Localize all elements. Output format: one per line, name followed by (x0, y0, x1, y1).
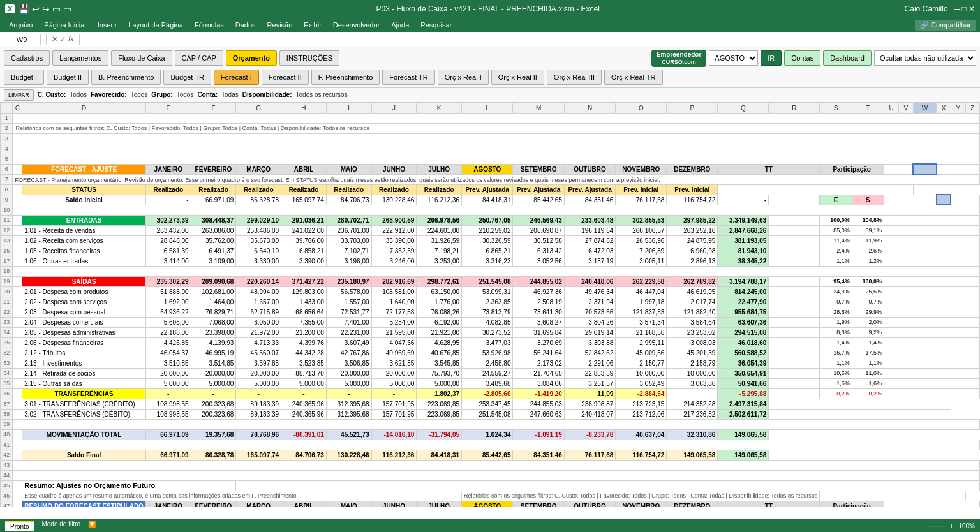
formula-input[interactable] (85, 34, 977, 45)
forecast-i-button[interactable]: Forecast I (214, 70, 259, 85)
si-e[interactable]: E (820, 195, 852, 205)
formula-bar: ✕ ✓ fx (0, 32, 980, 47)
spreadsheet-area[interactable]: C D E F G H I J K L M N O P Q R S T U V (0, 103, 980, 507)
row-35: 35 2.15 - Outras saídas 5.000,00 5.000,0… (1, 378, 980, 388)
menu-arquivo[interactable]: Arquivo (4, 20, 38, 30)
r-tt: TT (718, 501, 820, 507)
row1-empty (13, 113, 980, 123)
orc-real-tr-button[interactable]: Orç x Real TR (604, 70, 662, 85)
orc-real-iii-button[interactable]: Orç x Real III (547, 70, 602, 85)
col-y-header: Y (951, 103, 965, 113)
rownum-8: 8 (1, 184, 13, 195)
c-custo-value: Todos (70, 91, 87, 98)
orc-real-ii-button[interactable]: Orç x Real II (491, 70, 544, 85)
hide-unused-dropdown[interactable]: Ocultar todas não utilizadas (874, 50, 976, 66)
col-x-header: X (937, 103, 951, 113)
si-s[interactable]: S (852, 195, 884, 205)
formula-icons: ✕ ✓ fx (52, 35, 74, 43)
row-17: 17 1.06 - Outras entradas 3.414,00 3.109… (1, 256, 980, 266)
r-fev: FEVEREIRO (191, 501, 236, 507)
row-43: 43 (1, 460, 980, 470)
cadastros-button[interactable]: Cadastros (4, 50, 50, 66)
menu-pesquisar[interactable]: Pesquisar (415, 20, 457, 30)
row-47-resumo-header: 47 RESUMO DO FORECAST ESTIPULADO JANEIRO… (1, 501, 980, 507)
menu-ajuda[interactable]: Ajuda (386, 20, 414, 30)
r-mai: MAIO (326, 501, 371, 507)
r-set: SETEMBRO (513, 501, 564, 507)
cell-reference-input[interactable] (3, 34, 41, 45)
b-preenchimento-button[interactable]: B. Preenchimento (91, 70, 161, 85)
ir-button[interactable]: IR (761, 50, 782, 66)
r101-tt: 2.847.668,26 (718, 225, 769, 235)
insert-function-icon[interactable]: fx (68, 35, 74, 43)
orc-real-i-button[interactable]: Orç x Real I (438, 70, 489, 85)
grupo-label: Grupo: (151, 91, 172, 98)
mar-header: MARÇO (236, 164, 281, 174)
selected-cell[interactable] (913, 164, 936, 174)
menu-inserir[interactable]: Inserir (93, 20, 122, 30)
dashboard-button[interactable]: Dashboard (823, 50, 872, 66)
forecast-tr-button[interactable]: Forecast TR (382, 70, 434, 85)
disponibilidade-label: Disponibilidade: (242, 91, 292, 98)
menu-layout[interactable]: Layout da Página (123, 20, 188, 30)
ribbon-row1: Cadastros Lançamentos Fluxo de Caixa CAP… (4, 50, 976, 67)
row-7: 7 FORECAST - Planejamento orçamentário: … (1, 174, 980, 184)
menu-revisao[interactable]: Revisão (262, 20, 298, 30)
limpar-button[interactable]: LIMPAR (4, 89, 34, 101)
col-d-header: D (22, 103, 146, 113)
menu-pagina-inicial[interactable]: Página Inicial (39, 20, 91, 30)
r-ago: AGOSTO (462, 501, 513, 507)
budget-tr-button[interactable]: Budget TR (163, 70, 211, 85)
forecast-ajuste-label: FORECAST - AJUSTE (22, 164, 146, 174)
forecast-ii-button[interactable]: Forecast II (262, 70, 309, 85)
menu-formulas[interactable]: Fórmulas (189, 20, 229, 30)
share-button[interactable]: 🔗 Compartilhar (915, 20, 976, 31)
ent-mai: 280.702,71 (326, 215, 371, 225)
lancamentos-button[interactable]: Lançamentos (52, 50, 108, 66)
menu-dados[interactable]: Dados (230, 20, 261, 30)
saldo-inicial-label: Saldo Inicial (22, 195, 146, 205)
r101-ago: 210.259,02 (462, 225, 513, 235)
r101-mar: 253.486,00 (236, 225, 281, 235)
r11-c (13, 215, 22, 225)
ent-set: 246.569,43 (513, 215, 564, 225)
nov-header: NOVEMBRO (616, 164, 667, 174)
ribbon: Cadastros Lançamentos Fluxo de Caixa CAP… (0, 47, 980, 88)
window-controls[interactable]: ─ □ ✕ (954, 4, 975, 13)
contas-button[interactable]: Contas (784, 50, 820, 66)
title-bar-right: Caio Camillo ─ □ ✕ (905, 4, 975, 13)
col-v-header: V (899, 103, 914, 113)
r101-pct2: 89,1% (852, 225, 884, 235)
selected-w9[interactable] (937, 195, 951, 205)
cancel-formula-icon[interactable]: ✕ (52, 35, 57, 43)
budget-ii-button[interactable]: Budget II (47, 70, 89, 85)
r101-mai: 236.701,00 (326, 225, 371, 235)
col-g-header: G (236, 103, 281, 113)
instrucoes-button[interactable]: INSTRUÇÕES (279, 50, 339, 66)
cap-cap-button[interactable]: CAP / CAP (175, 50, 223, 66)
row-11-entradas: 11 ENTRADAS 302.273,39 308.448,37 299.02… (1, 215, 980, 225)
col-header-rownum (1, 103, 13, 113)
row-23: 23 2.04 - Despesas comerciais 5.606,00 7… (1, 317, 980, 327)
menu-desenvolvedor[interactable]: Desenvolvedor (328, 20, 385, 30)
formula-divider2 (79, 34, 80, 45)
status-jun: Realizado (371, 184, 417, 195)
ribbon-row2: Budget I Budget II B. Preenchimento Budg… (4, 70, 976, 85)
rownum-7: 7 (1, 174, 13, 184)
col-n-header: N (564, 103, 615, 113)
menu-exibir[interactable]: Exibir (299, 20, 327, 30)
month-selector[interactable]: AGOSTO (709, 50, 758, 66)
main-table: C D E F G H I J K L M N O P Q R S T U V (0, 103, 980, 507)
fluxo-caixa-button[interactable]: Fluxo de Caixa (111, 50, 172, 66)
f-preenchimento-button[interactable]: F. Preenchimento (311, 70, 380, 85)
budget-i-button[interactable]: Budget I (4, 70, 44, 85)
row-46: 46 Esse quadro é apenas um resumo automá… (1, 491, 980, 501)
entradas-label: ENTRADAS (22, 215, 146, 225)
r9-c (13, 195, 22, 205)
row-10: 10 (1, 205, 980, 215)
rownum-1: 1 (1, 113, 13, 123)
status-label: STATUS (22, 184, 146, 195)
orcamento-button[interactable]: Orçamento (226, 50, 277, 66)
r101-nov: 266.106,57 (616, 225, 667, 235)
confirm-formula-icon[interactable]: ✓ (60, 35, 66, 43)
